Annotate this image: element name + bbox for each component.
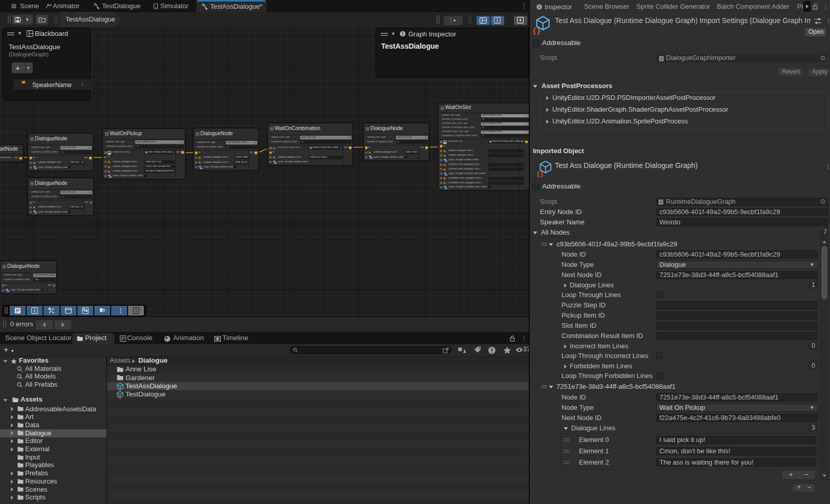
svg-text:{}: {} <box>533 27 541 35</box>
svg-text:{}: {} <box>118 395 122 399</box>
svg-text:{}: {} <box>537 170 544 177</box>
svg-text:{}: {} <box>118 387 122 391</box>
